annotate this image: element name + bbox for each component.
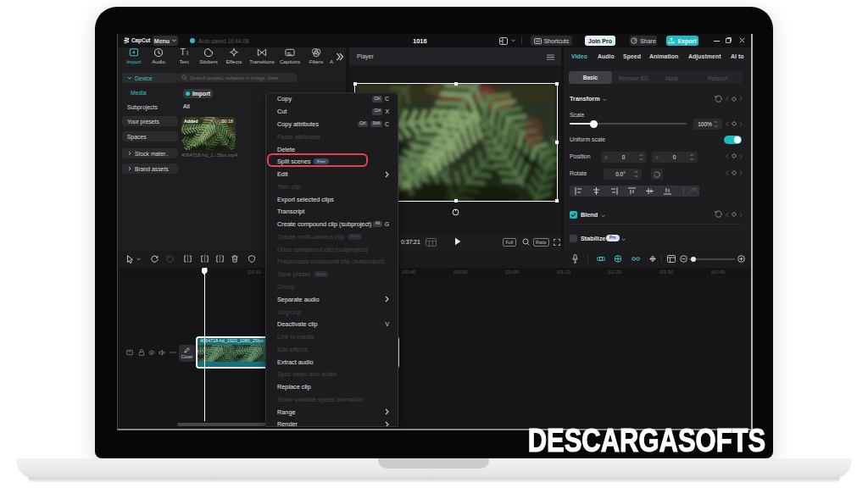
svg-text:T: T — [181, 47, 186, 57]
svg-text:I: I — [186, 49, 188, 57]
